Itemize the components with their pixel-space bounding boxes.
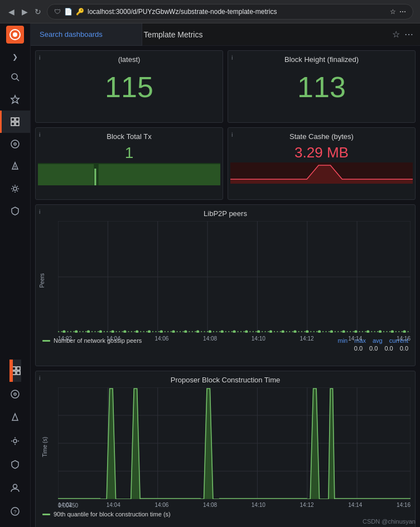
svg-marker-92	[307, 389, 411, 499]
share-icon[interactable]: ⋯	[399, 8, 406, 16]
back-button[interactable]: ◀	[7, 7, 16, 16]
sidebar-item-explore2[interactable]	[9, 383, 21, 405]
svg-point-51	[99, 330, 102, 333]
svg-point-10	[14, 143, 16, 145]
panel-info-libp2p: i	[39, 208, 40, 215]
tx-mini-chart	[36, 163, 223, 189]
panel-info-tx: i	[39, 131, 40, 138]
svg-point-52	[111, 330, 114, 333]
security-icon: 🛡	[54, 8, 61, 16]
svg-rect-31	[94, 169, 96, 185]
proposer-chart-svg	[58, 387, 411, 499]
libp2p-stat-values: 0.0 0.0 0.0 0.0	[36, 345, 415, 354]
panel-title-proposer: Proposer Block Construction Time	[36, 371, 415, 385]
svg-point-18	[11, 390, 19, 398]
libp2p-chart-area: Peers	[36, 219, 415, 336]
state-mini-chart	[228, 162, 415, 187]
svg-point-68	[306, 330, 308, 333]
svg-point-62	[233, 330, 235, 333]
stat-val-avg: 0.0	[384, 345, 393, 352]
svg-point-20	[13, 439, 17, 443]
panels-row-4: i Proposer Block Construction Time Time …	[35, 371, 416, 527]
search-overlay-text[interactable]: Search dashboards	[40, 30, 103, 39]
panel-info-proposer: i	[39, 375, 40, 381]
panel-info-latest: i	[39, 54, 40, 61]
star-button[interactable]: ☆	[392, 29, 400, 40]
auth-icon: 🔑	[76, 8, 84, 16]
svg-line-3	[17, 79, 19, 81]
sidebar-item-starred[interactable]	[0, 88, 30, 111]
svg-point-9	[11, 140, 19, 148]
stat-val-min: 0.0	[354, 345, 363, 352]
svg-rect-14	[12, 367, 16, 370]
svg-point-53	[123, 330, 126, 333]
libp2p-chart-svg: 1 0	[58, 221, 411, 333]
legend-color-proposer	[42, 514, 50, 515]
y-axis-label-libp2p: Peers	[39, 273, 45, 288]
address-bar[interactable]: 🛡 📄 🔑 localhost:3000/d/PUYzGbwWz/substra…	[47, 4, 413, 20]
svg-point-65	[269, 330, 272, 333]
panel-title-tx: Block Total Tx	[36, 128, 223, 143]
sidebar-item-alerting2[interactable]	[9, 406, 21, 429]
svg-rect-29	[38, 164, 220, 185]
panel-title-state: State Cashe (bytes)	[228, 128, 415, 143]
sidebar-item-alerting[interactable]	[0, 155, 30, 178]
share-button[interactable]: ⋯	[404, 29, 413, 40]
refresh-button[interactable]: ↻	[33, 7, 42, 16]
browser-chrome: ◀ ▶ ↻ 🛡 📄 🔑 localhost:3000/d/PUYzGbwWz/s…	[0, 0, 420, 23]
svg-point-75	[391, 330, 394, 333]
svg-point-2	[12, 74, 17, 79]
svg-rect-6	[16, 118, 19, 121]
svg-point-19	[14, 393, 16, 395]
grafana-logo[interactable]	[6, 26, 24, 44]
sidebar-item-config2[interactable]	[9, 430, 21, 452]
sidebar-item-shield2[interactable]	[9, 453, 21, 476]
stat-val-current: 0.0	[400, 345, 408, 352]
legend-color-libp2p	[42, 340, 50, 342]
sidebar-item-dashboards[interactable]	[0, 111, 30, 133]
x-axis-labels-proposer: 14:02 14:04 14:06 14:08 14:10 14:12 14:1…	[58, 501, 411, 508]
sidebar-bottom: ?	[9, 360, 21, 527]
svg-rect-15	[17, 367, 20, 370]
svg-point-63	[245, 330, 248, 333]
main-content: General / Substrate Node Template Metric…	[31, 23, 420, 527]
topbar-actions: ☆ ⋯	[392, 29, 413, 40]
panel-value-finalized: 113	[228, 66, 415, 113]
panel-info-state: i	[231, 131, 233, 138]
sidebar-expand-button[interactable]: ❯	[0, 48, 30, 66]
svg-point-71	[342, 330, 345, 333]
svg-point-54	[136, 330, 138, 333]
panels-row-2: i Block Total Tx 1	[35, 127, 416, 200]
forward-button[interactable]: ▶	[20, 7, 29, 16]
panel-value-state: 3.29 MB	[228, 143, 415, 162]
page-icon: 📄	[64, 8, 73, 16]
sidebar-item-dashboards2[interactable]	[9, 360, 21, 382]
svg-rect-17	[17, 371, 20, 375]
svg-point-12	[15, 168, 15, 169]
sidebar-item-explore[interactable]	[0, 133, 30, 155]
panels-row-3: i LibP2P peers Peers	[35, 204, 416, 366]
dashboard: i (latest) 115 i Block Height (finalized…	[31, 46, 420, 527]
sidebar: ❯	[0, 23, 31, 527]
sidebar-item-search[interactable]	[0, 66, 30, 88]
proposer-legend-row: 90th quantile for block construction tim…	[36, 510, 415, 519]
panel-value-latest: 115	[36, 66, 223, 113]
y-axis-label-proposer: Time (s)	[42, 437, 48, 457]
svg-point-57	[172, 330, 175, 333]
svg-point-58	[184, 330, 187, 333]
panel-title-latest: (latest)	[36, 51, 223, 66]
svg-point-60	[209, 330, 211, 333]
panel-title-finalized: Block Height (finalized)	[228, 51, 415, 66]
panel-block-height-finalized: i Block Height (finalized) 113	[228, 50, 416, 123]
panel-title-libp2p: LibP2P peers	[36, 205, 415, 219]
x-axis-labels-libp2p: 14:02 14:04 14:06 14:08 14:10 14:12 14:1…	[58, 334, 411, 342]
star-icon[interactable]: ☆	[390, 8, 396, 16]
sidebar-item-configuration[interactable]	[0, 178, 30, 200]
svg-marker-90	[100, 389, 411, 499]
proposer-chart-area: Time (s)	[36, 385, 415, 502]
svg-point-67	[293, 330, 296, 333]
sidebar-item-user[interactable]	[9, 477, 21, 499]
sidebar-item-shield[interactable]	[0, 200, 30, 222]
sidebar-item-help[interactable]: ?	[9, 500, 21, 523]
legend-label-proposer: 90th quantile for block construction tim…	[54, 511, 171, 518]
